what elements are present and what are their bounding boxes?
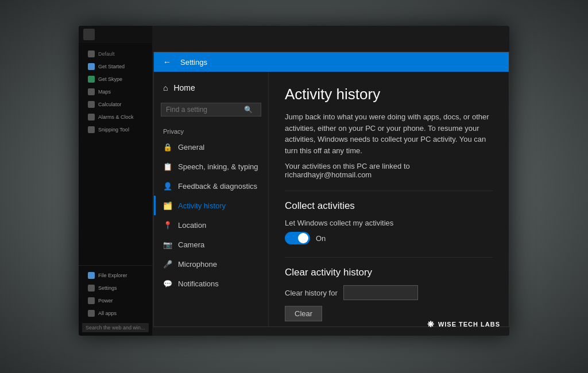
- clear-section-title: Clear activity history: [285, 267, 493, 278]
- sidebar-item-feedback[interactable]: 👤 Feedback & diagnostics: [154, 176, 268, 196]
- title-bar: ← Settings: [154, 52, 509, 72]
- clear-history-input[interactable]: [343, 285, 418, 300]
- camera-icon: 📷: [163, 240, 172, 249]
- lock-icon: 🔒: [163, 142, 172, 151]
- toggle-status-label: On: [316, 234, 326, 243]
- nav-feedback-label: Feedback & diagnostics: [178, 182, 257, 191]
- bg-taskbar: Default Get Started Get Skype Maps Calcu…: [79, 26, 152, 336]
- sidebar-item-activity[interactable]: 🗂️ Activity history: [154, 196, 268, 215]
- nav-general-label: General: [178, 143, 204, 151]
- divider-2: [285, 257, 493, 258]
- toggle-row: On: [285, 232, 493, 244]
- divider-1: [285, 191, 493, 191]
- clear-button[interactable]: Clear: [285, 306, 322, 321]
- toggle-thumb: [298, 233, 308, 243]
- notifications-icon: 💬: [163, 279, 172, 288]
- nav-home-item[interactable]: ⌂ Home: [154, 77, 268, 98]
- nav-home-label: Home: [173, 83, 195, 92]
- nav-location-label: Location: [178, 221, 206, 230]
- location-icon: 📍: [163, 220, 172, 230]
- home-icon: ⌂: [163, 83, 168, 92]
- search-input[interactable]: [166, 106, 241, 114]
- nav-activity-label: Activity history: [178, 201, 226, 210]
- account-link-text: Your activities on this PC are linked to…: [285, 162, 493, 179]
- nav-search-box[interactable]: 🔍: [161, 103, 261, 116]
- speech-icon: 📋: [163, 162, 172, 171]
- sidebar-item-location[interactable]: 📍 Location: [154, 215, 268, 235]
- nav-section-label: Privacy: [154, 121, 268, 137]
- collect-section-title: Collect activities: [285, 200, 493, 212]
- sidebar-item-camera[interactable]: 📷 Camera: [154, 235, 268, 254]
- microphone-icon: 🎤: [163, 259, 172, 269]
- settings-window: ← Settings ⌂ Home 🔍 Privacy 🔒 General: [153, 52, 509, 327]
- page-title: Activity history: [285, 86, 493, 103]
- activity-icon: 🗂️: [163, 201, 172, 210]
- page-description: Jump back into what you were doing with …: [285, 111, 493, 156]
- search-icon: 🔍: [244, 106, 253, 114]
- collect-label: Let Windows collect my activities: [285, 219, 493, 227]
- sidebar-item-microphone[interactable]: 🎤 Microphone: [154, 254, 268, 274]
- sidebar-item-general[interactable]: 🔒 General: [154, 137, 268, 157]
- watermark-text: WISE TECH LABS: [438, 321, 500, 328]
- clear-history-row: Clear history for: [285, 285, 493, 300]
- nav-microphone-label: Microphone: [178, 260, 217, 269]
- watermark-icon: ❋: [427, 320, 435, 329]
- feedback-icon: 👤: [163, 181, 172, 191]
- nav-camera-label: Camera: [178, 240, 204, 249]
- clear-history-label: Clear history for: [285, 289, 338, 297]
- nav-panel: ⌂ Home 🔍 Privacy 🔒 General 📋 Speech, ink…: [154, 72, 269, 327]
- nav-notifications-label: Notifications: [178, 279, 219, 288]
- sidebar-item-notifications[interactable]: 💬 Notifications: [154, 274, 268, 293]
- main-content: Activity history Jump back into what you…: [269, 72, 509, 327]
- back-button[interactable]: ←: [160, 56, 175, 68]
- laptop-screen: Default Get Started Get Skype Maps Calcu…: [79, 26, 509, 336]
- window-body: ⌂ Home 🔍 Privacy 🔒 General 📋 Speech, ink…: [154, 72, 509, 327]
- watermark: ❋ WISE TECH LABS: [427, 320, 500, 329]
- activity-toggle[interactable]: [285, 232, 310, 244]
- window-title: Settings: [180, 58, 207, 67]
- sidebar-item-speech[interactable]: 📋 Speech, inking, & typing: [154, 157, 268, 176]
- nav-speech-label: Speech, inking, & typing: [178, 162, 258, 171]
